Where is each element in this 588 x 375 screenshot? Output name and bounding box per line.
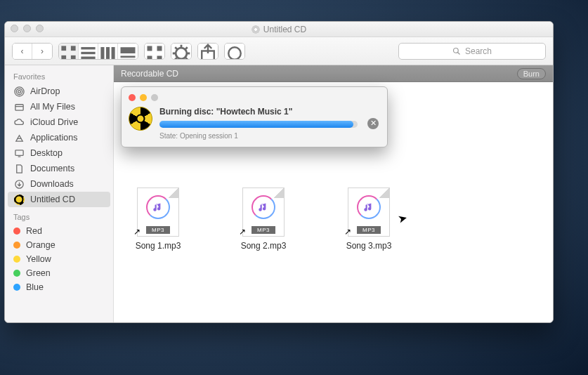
file-badge: MP3 <box>146 226 170 234</box>
nav-buttons: ‹ › <box>12 43 53 60</box>
sidebar-item-label: Downloads <box>30 179 74 189</box>
icon-view-button[interactable] <box>59 44 79 59</box>
documents-icon <box>13 163 25 174</box>
file-item[interactable]: MP3 ↗ Song 1.mp3 <box>126 188 190 322</box>
file-item[interactable]: MP3 ↗ Song 2.mp3 <box>232 188 295 322</box>
svg-rect-25 <box>15 104 22 110</box>
svg-point-19 <box>228 47 241 60</box>
cloud-icon <box>13 117 25 128</box>
edit-tags-button[interactable] <box>225 44 244 59</box>
path-bar: Recordable CD Burn <box>114 65 553 82</box>
progress-fill <box>159 121 353 128</box>
sidebar-tag-orange[interactable]: Orange <box>5 238 113 252</box>
dialog-zoom-button <box>151 94 158 101</box>
file-item[interactable]: MP3 ↗ Song 3.mp3 <box>337 188 400 322</box>
close-window-button[interactable] <box>11 25 18 32</box>
sidebar-item-label: iCloud Drive <box>30 117 78 127</box>
sidebar-item-documents[interactable]: Documents <box>5 161 113 176</box>
svg-line-21 <box>457 52 459 54</box>
svg-rect-0 <box>61 46 66 51</box>
search-placeholder: Search <box>465 46 492 56</box>
back-button[interactable]: ‹ <box>13 44 32 59</box>
sidebar-item-all-my-files[interactable]: All My Files <box>5 99 113 114</box>
airdrop-icon <box>13 86 25 97</box>
svg-rect-12 <box>121 58 136 59</box>
alias-arrow-icon: ↗ <box>133 227 141 237</box>
sidebar-item-icloud[interactable]: iCloud Drive <box>5 114 113 130</box>
music-note-icon <box>251 195 275 219</box>
search-icon <box>452 47 461 55</box>
tags-button-group <box>224 43 245 60</box>
toolbar: ‹ › ▾ ▾ <box>5 37 553 65</box>
action-button[interactable]: ▾ <box>171 44 191 59</box>
svg-rect-7 <box>100 47 104 59</box>
progress-bar <box>159 121 358 128</box>
radiation-icon <box>129 107 152 131</box>
sidebar-item-label: All My Files <box>30 102 75 112</box>
tag-dot-icon <box>13 242 20 249</box>
arrange-button-group: ▾ <box>144 43 165 60</box>
sidebar-tag-blue[interactable]: Blue <box>5 280 113 294</box>
tag-dot-icon <box>13 228 20 235</box>
dialog-state-text: State: Opening session 1 <box>159 132 358 140</box>
svg-point-22 <box>18 90 20 93</box>
sidebar-tag-yellow[interactable]: Yellow <box>5 252 113 266</box>
dialog-close-button[interactable] <box>129 94 136 101</box>
content-area: Recordable CD Burn MP3 ↗ Song 1.mp3 MP3 <box>114 65 553 322</box>
svg-rect-3 <box>71 55 76 59</box>
share-button-group <box>197 43 218 60</box>
music-note-icon <box>146 195 170 219</box>
file-name: Song 2.mp3 <box>241 241 287 251</box>
svg-rect-13 <box>148 46 152 51</box>
sidebar-item-label: Desktop <box>30 148 63 158</box>
forward-button[interactable]: › <box>32 44 52 59</box>
sidebar-item-applications[interactable]: Applications <box>5 130 113 145</box>
tag-dot-icon <box>13 284 20 291</box>
dialog-minimize-button[interactable] <box>140 94 147 101</box>
tag-dot-icon <box>13 256 20 263</box>
sidebar-item-desktop[interactable]: Desktop <box>5 145 113 161</box>
file-badge: MP3 <box>357 226 381 234</box>
minimize-window-button[interactable] <box>23 25 31 32</box>
sidebar-item-label: Orange <box>26 240 55 250</box>
burn-button[interactable]: Burn <box>517 68 546 79</box>
sidebar-item-label: Applications <box>30 133 77 143</box>
sidebar-item-label: Untitled CD <box>30 195 75 204</box>
sidebar-tag-red[interactable]: Red <box>5 224 113 238</box>
disc-icon <box>251 25 260 34</box>
arrange-button[interactable]: ▾ <box>145 44 164 59</box>
mp3-file-icon: MP3 ↗ <box>242 188 285 237</box>
sidebar-item-downloads[interactable]: Downloads <box>5 176 113 192</box>
sidebar-tag-green[interactable]: Green <box>5 266 113 280</box>
cancel-burn-button[interactable]: ✕ <box>367 118 379 129</box>
sidebar-item-untitled-cd[interactable]: Untitled CD <box>8 192 110 207</box>
titlebar: Untitled CD <box>5 22 553 37</box>
svg-rect-9 <box>112 47 115 59</box>
search-field[interactable]: Search <box>398 43 546 60</box>
window-title: Untitled CD <box>263 25 306 34</box>
list-view-button[interactable] <box>79 44 98 59</box>
dialog-title: Burning disc: "Howtech Music 1" <box>159 107 358 117</box>
desktop-icon <box>13 147 25 159</box>
music-note-icon <box>357 195 381 219</box>
svg-rect-1 <box>71 46 76 51</box>
alias-arrow-icon: ↗ <box>239 227 246 237</box>
sidebar-heading-tags: Tags <box>5 211 113 224</box>
coverflow-view-button[interactable] <box>118 44 138 59</box>
view-mode-buttons <box>58 43 138 60</box>
svg-rect-2 <box>61 55 66 59</box>
svg-rect-6 <box>81 56 95 58</box>
zoom-window-button[interactable] <box>36 25 44 32</box>
burn-progress-dialog: Burning disc: "Howtech Music 1" State: O… <box>121 86 388 147</box>
sidebar-item-airdrop[interactable]: AirDrop <box>5 84 113 99</box>
share-button[interactable] <box>198 44 218 59</box>
sidebar-heading-favorites: Favorites <box>5 71 113 84</box>
sidebar-item-label: AirDrop <box>30 86 60 96</box>
column-view-button[interactable] <box>98 44 118 59</box>
mp3-file-icon: MP3 ↗ <box>348 188 390 237</box>
svg-point-20 <box>453 48 458 53</box>
tag-dot-icon <box>13 270 20 277</box>
sidebar-item-label: Red <box>26 226 42 236</box>
dialog-traffic-lights <box>129 94 379 101</box>
mp3-file-icon: MP3 ↗ <box>137 188 179 237</box>
